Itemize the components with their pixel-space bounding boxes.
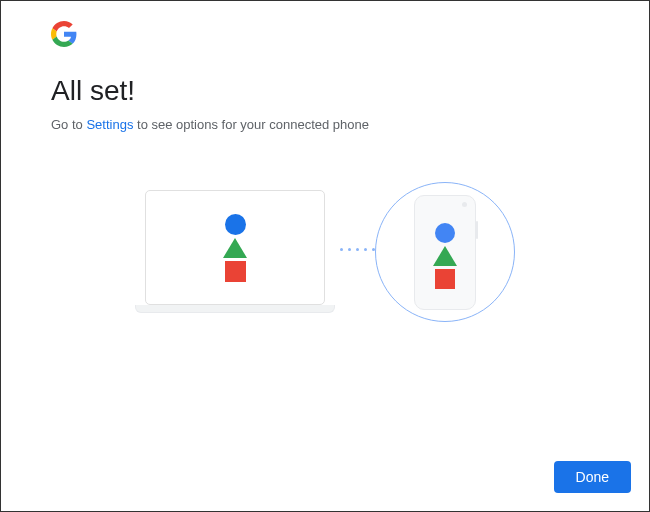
phone-highlight-circle (375, 182, 515, 322)
phone-icon (414, 195, 476, 310)
page-subtitle: Go to Settings to see options for your c… (51, 117, 599, 132)
google-logo-icon (51, 21, 599, 51)
circle-shape-icon (225, 214, 246, 235)
shapes-stack (433, 215, 457, 289)
circle-shape-icon (435, 223, 455, 243)
square-shape-icon (225, 261, 246, 282)
page-title: All set! (51, 75, 599, 107)
square-shape-icon (435, 269, 455, 289)
connection-illustration (135, 182, 515, 342)
laptop-icon (135, 190, 335, 313)
connection-dots-icon (340, 248, 375, 251)
triangle-shape-icon (223, 238, 247, 258)
triangle-shape-icon (433, 246, 457, 266)
done-button[interactable]: Done (554, 461, 631, 493)
shapes-stack (223, 214, 247, 282)
settings-link[interactable]: Settings (86, 117, 133, 132)
